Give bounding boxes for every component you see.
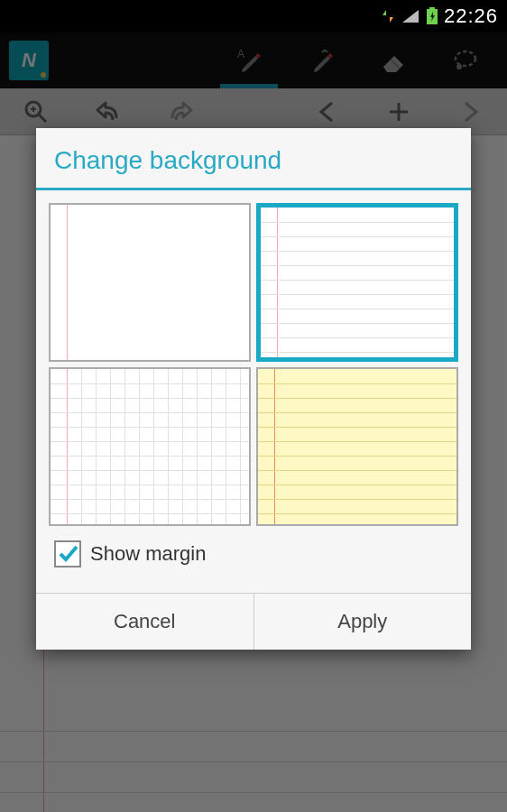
svg-rect-1: [429, 7, 435, 10]
background-options-grid: [49, 203, 458, 526]
dialog-button-row: Cancel Apply: [36, 593, 471, 650]
sync-icon: [381, 8, 395, 24]
background-option-ruled-yellow[interactable]: [256, 367, 458, 526]
dialog-title: Change background: [36, 128, 471, 188]
battery-charging-icon: [426, 7, 438, 25]
signal-icon: [401, 8, 420, 24]
show-margin-checkbox[interactable]: [54, 540, 81, 567]
status-bar: 22:26: [0, 0, 507, 32]
change-background-dialog: Change background: [36, 128, 471, 650]
apply-button[interactable]: Apply: [254, 594, 472, 650]
cancel-button[interactable]: Cancel: [36, 594, 254, 650]
background-option-grid[interactable]: [49, 367, 251, 526]
background-option-ruled[interactable]: [256, 203, 458, 362]
show-margin-label: Show margin: [90, 542, 206, 566]
background-option-blank[interactable]: [49, 203, 251, 362]
status-clock: 22:26: [444, 5, 498, 28]
show-margin-row[interactable]: Show margin: [49, 526, 458, 580]
checkmark-icon: [57, 543, 78, 565]
